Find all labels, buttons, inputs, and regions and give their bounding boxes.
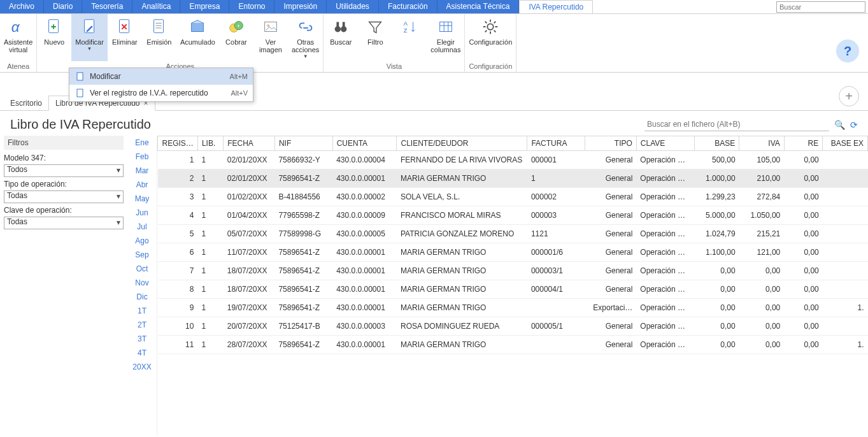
add-tab-button[interactable]: + bbox=[839, 86, 859, 106]
month-4t[interactable]: 4T bbox=[127, 346, 157, 360]
ribbon-btn-emisión[interactable]: Emisión bbox=[142, 14, 176, 61]
file-search-input[interactable] bbox=[644, 118, 829, 131]
ribbon-btn-filtro[interactable]: Filtro bbox=[358, 14, 392, 61]
cell: General bbox=[585, 336, 637, 354]
tab-escritorio[interactable]: Escritorio bbox=[4, 96, 48, 110]
ribbon-btn-modificar[interactable]: Modificar▼ bbox=[71, 14, 108, 61]
month-ene[interactable]: Ene bbox=[127, 136, 157, 150]
global-search-input[interactable] bbox=[776, 1, 865, 13]
dropdown-item[interactable]: Ver el registro de I.V.A. repercutidoAlt… bbox=[69, 85, 253, 101]
ribbon-btn-acumulado[interactable]: Acumulado bbox=[176, 14, 219, 61]
help-button[interactable]: ? bbox=[836, 39, 859, 62]
clave-select[interactable]: Todas bbox=[4, 217, 124, 229]
ribbon-btn-elegir[interactable]: Elegircolumnas bbox=[427, 14, 464, 61]
ribbon-btn-cobrar[interactable]: +Cobrar bbox=[219, 14, 253, 61]
table-row[interactable]: 1102/01/20XX75866932-Y430.0.0.00004FERNA… bbox=[158, 151, 868, 169]
svg-rect-4 bbox=[153, 20, 163, 33]
svg-rect-5 bbox=[192, 23, 204, 31]
cell: 75896541-Z bbox=[274, 299, 332, 317]
month-jun[interactable]: Jun bbox=[127, 206, 157, 220]
menu-item-asistencia-técnica[interactable]: Asistencia Técnica bbox=[438, 0, 520, 13]
search-icon[interactable]: 🔍 bbox=[834, 120, 845, 130]
col-header[interactable]: FACTURA bbox=[527, 136, 585, 151]
modelo-select[interactable]: Todos bbox=[4, 164, 124, 177]
table-row[interactable]: 9119/07/20XX75896541-Z430.0.0.00001MARIA… bbox=[158, 299, 868, 317]
ribbon-btn-ver[interactable]: Verimagen bbox=[253, 14, 288, 61]
menu-item-archivo[interactable]: Archivo bbox=[0, 0, 44, 13]
menu-item-iva-repercutido[interactable]: IVA Repercutido bbox=[519, 0, 593, 13]
cell: General bbox=[585, 169, 637, 188]
main-area: Filtros Modelo 347: Todos Tipo de operac… bbox=[0, 136, 868, 435]
month-sep[interactable]: Sep bbox=[127, 248, 157, 262]
month-oct[interactable]: Oct bbox=[127, 262, 157, 276]
tipo-select[interactable]: Todas bbox=[4, 190, 124, 203]
col-header[interactable]: CLAVE bbox=[636, 136, 694, 151]
svg-text:+: + bbox=[237, 23, 240, 29]
month-nov[interactable]: Nov bbox=[127, 276, 157, 290]
menu-item-utilidades[interactable]: Utilidades bbox=[327, 0, 379, 13]
col-header[interactable]: FECHA bbox=[224, 136, 275, 151]
refresh-icon[interactable]: ⟳ bbox=[850, 120, 858, 130]
menu-item-impresión[interactable]: Impresión bbox=[274, 0, 327, 13]
col-header[interactable]: TIPO bbox=[585, 136, 637, 151]
table-row[interactable]: 11128/07/20XX75896541-Z430.0.0.00001MARI… bbox=[158, 336, 868, 354]
cell: 1 bbox=[197, 188, 223, 206]
ribbon-btn-otras[interactable]: Otrasacciones▼ bbox=[288, 14, 323, 61]
col-header[interactable]: BASE bbox=[694, 136, 739, 151]
col-header[interactable]: LIB. bbox=[197, 136, 223, 151]
cell: 11/07/20XX bbox=[224, 243, 275, 262]
cell: 000001 bbox=[527, 151, 585, 169]
ribbon-btn-sort[interactable]: AZ bbox=[392, 14, 427, 61]
cell: 430.0.0.00001 bbox=[332, 280, 397, 299]
col-header[interactable]: CLIENTE/DEUDOR bbox=[397, 136, 527, 151]
table-row[interactable]: 8118/07/20XX75896541-Z430.0.0.00001MARIA… bbox=[158, 280, 868, 299]
cell: 430.0.0.00001 bbox=[332, 299, 397, 317]
cell: ROSA DOMINGUEZ RUEDA bbox=[397, 317, 527, 336]
col-header[interactable]: IVA bbox=[739, 136, 785, 151]
menu-item-tesorería[interactable]: Tesorería bbox=[82, 0, 132, 13]
cell: 000005/1 bbox=[527, 317, 585, 336]
ribbon-btn-eliminar[interactable]: Eliminar bbox=[108, 14, 142, 61]
dropdown-item[interactable]: ModificarAlt+M bbox=[69, 68, 253, 85]
ribbon-btn-configuración[interactable]: Configuración bbox=[465, 14, 516, 61]
cell: 000004/1 bbox=[527, 280, 585, 299]
horizontal-scrollbar[interactable] bbox=[157, 425, 868, 435]
ribbon-btn-nuevo[interactable]: Nuevo bbox=[37, 14, 71, 61]
table-row[interactable]: 6111/07/20XX75896541-Z430.0.0.00001MARIA… bbox=[158, 243, 868, 262]
ribbon-btn-buscar[interactable]: Buscar bbox=[324, 14, 358, 61]
cell bbox=[823, 206, 868, 225]
table-row[interactable]: 7118/07/20XX75896541-Z430.0.0.00001MARIA… bbox=[158, 262, 868, 280]
cell: 1 bbox=[197, 169, 223, 188]
col-header[interactable]: RE bbox=[784, 136, 823, 151]
col-header[interactable]: BASE EX bbox=[823, 136, 868, 151]
menu-item-diario[interactable]: Diario bbox=[44, 0, 82, 13]
sort-icon: AZ bbox=[399, 17, 420, 37]
col-header[interactable]: CUENTA bbox=[332, 136, 397, 151]
month-feb[interactable]: Feb bbox=[127, 150, 157, 164]
month-2t[interactable]: 2T bbox=[127, 318, 157, 332]
menu-item-empresa[interactable]: Empresa bbox=[180, 0, 229, 13]
month-3t[interactable]: 3T bbox=[127, 332, 157, 346]
table-row[interactable]: 4101/04/20XX77965598-Z430.0.0.00009FRANC… bbox=[158, 206, 868, 225]
cell: B-41884556 bbox=[274, 188, 332, 206]
menu-item-facturación[interactable]: Facturación bbox=[379, 0, 438, 13]
menu-item-analítica[interactable]: Analítica bbox=[132, 0, 180, 13]
table-row[interactable]: 2102/01/20XX75896541-Z430.0.0.00001MARIA… bbox=[158, 169, 868, 188]
month-20xx[interactable]: 20XX bbox=[127, 360, 157, 374]
table-row[interactable]: 10120/07/20XX75125417-B430.0.0.00003ROSA… bbox=[158, 317, 868, 336]
table-row[interactable]: 5105/07/20XX77589998-G430.0.0.00005PATRI… bbox=[158, 225, 868, 243]
month-ago[interactable]: Ago bbox=[127, 234, 157, 248]
cell: 1 bbox=[197, 206, 223, 225]
menu-item-entorno[interactable]: Entorno bbox=[229, 0, 274, 13]
data-grid[interactable]: REGIS…LIB.FECHANIFCUENTACLIENTE/DEUDORFA… bbox=[157, 136, 868, 425]
month-dic[interactable]: Dic bbox=[127, 290, 157, 304]
month-1t[interactable]: 1T bbox=[127, 304, 157, 318]
month-may[interactable]: May bbox=[127, 192, 157, 206]
col-header[interactable]: NIF bbox=[274, 136, 332, 151]
month-abr[interactable]: Abr bbox=[127, 178, 157, 192]
ribbon-btn-asistente[interactable]: αAsistentevirtual bbox=[0, 14, 36, 61]
month-mar[interactable]: Mar bbox=[127, 164, 157, 178]
col-header[interactable]: REGIS… bbox=[158, 136, 198, 151]
table-row[interactable]: 3101/02/20XXB-41884556430.0.0.00002SOLA … bbox=[158, 188, 868, 206]
month-jul[interactable]: Jul bbox=[127, 220, 157, 234]
